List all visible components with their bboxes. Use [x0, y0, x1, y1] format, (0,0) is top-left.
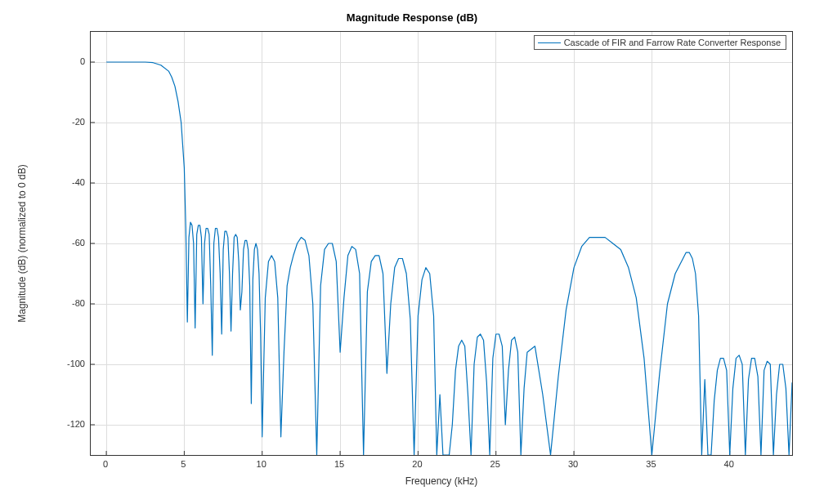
- figure: Magnitude Response (dB) Cascade of FIR a…: [0, 0, 824, 504]
- plot-axes: Cascade of FIR and Farrow Rate Converter…: [90, 31, 793, 456]
- x-tick: 25: [490, 459, 500, 469]
- x-tick: 5: [181, 459, 186, 469]
- x-tick: 30: [568, 459, 578, 469]
- y-axis-label: Magnitude (dB) (normalized to 0 dB): [16, 31, 33, 456]
- y-tick: -100: [67, 359, 85, 368]
- y-tick: -80: [72, 298, 85, 308]
- legend-swatch: [538, 42, 561, 43]
- legend-label: Cascade of FIR and Farrow Rate Converter…: [564, 38, 781, 47]
- x-tick: 15: [334, 459, 344, 469]
- legend: Cascade of FIR and Farrow Rate Converter…: [534, 35, 786, 50]
- y-tick: -60: [72, 238, 85, 248]
- y-tick: 0: [80, 56, 85, 66]
- x-tick: 0: [103, 459, 108, 469]
- x-tick: 35: [646, 459, 656, 469]
- y-tick: -20: [72, 117, 85, 127]
- x-tick: 10: [257, 459, 266, 469]
- x-tick: 40: [724, 459, 734, 469]
- x-tick: 20: [412, 459, 422, 469]
- plot-svg: [91, 32, 792, 455]
- x-axis-label: Frequency (kHz): [90, 475, 793, 487]
- y-tick: -40: [72, 177, 85, 187]
- y-tick: -120: [67, 419, 85, 429]
- chart-title: Magnitude Response (dB): [0, 11, 824, 24]
